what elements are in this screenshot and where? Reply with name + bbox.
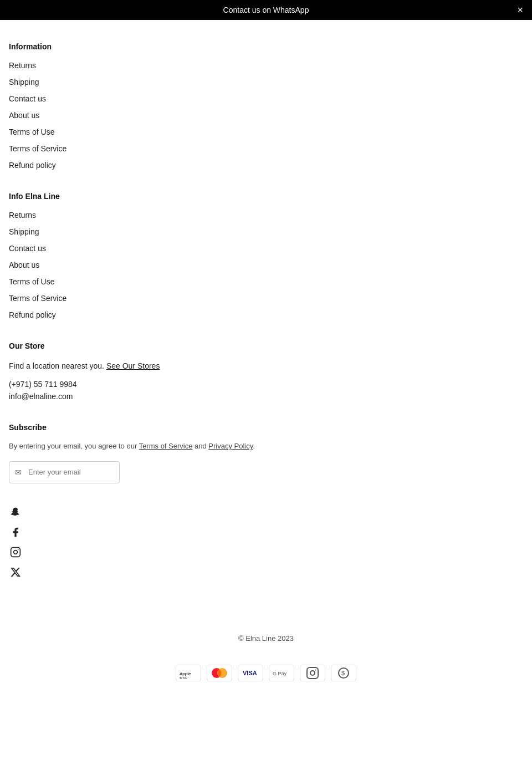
list-item: About us [9, 261, 532, 269]
instagram-icon[interactable] [9, 546, 22, 559]
about-link-1[interactable]: About us [9, 111, 39, 120]
email-icon: ✉ [9, 462, 26, 482]
subscribe-section: Subscribe By entering your email, you ag… [0, 423, 532, 506]
our-store-section: Our Store Find a location nearest you. S… [0, 341, 532, 423]
info-elna-links: Returns Shipping Contact us About us Ter… [9, 211, 532, 319]
info-elna-title: Info Elna Line [9, 192, 532, 201]
contact-link-2[interactable]: Contact us [9, 244, 46, 253]
svg-rect-0 [11, 547, 21, 557]
list-item: Terms of Service [9, 294, 532, 303]
payment-methods-section: Apple Pay VISA G Pay [0, 654, 532, 703]
list-item: Refund policy [9, 310, 532, 319]
contact-link-1[interactable]: Contact us [9, 94, 46, 103]
info-elna-section: Info Elna Line Returns Shipping Contact … [0, 192, 532, 341]
copyright-section: © Elna Line 2023 [0, 601, 532, 654]
svg-text:$: $ [341, 670, 345, 676]
svg-point-2 [18, 549, 19, 550]
cash-icon: $ [331, 665, 356, 681]
subscribe-form: ✉ → [9, 461, 120, 483]
copyright-text: © Elna Line 2023 [238, 634, 294, 643]
our-store-title: Our Store [9, 341, 532, 350]
svg-point-10 [310, 671, 315, 675]
shipping-link-1[interactable]: Shipping [9, 78, 39, 86]
list-item: Shipping [9, 227, 532, 236]
about-link-2[interactable]: About us [9, 261, 39, 269]
terms-service-link-1[interactable]: Terms of Service [9, 144, 66, 153]
refund-link-2[interactable]: Refund policy [9, 310, 56, 319]
list-item: Returns [9, 61, 532, 70]
list-item: Terms of Service [9, 144, 532, 153]
information-title: Information [9, 42, 532, 51]
mastercard-icon [207, 665, 232, 681]
facebook-icon[interactable] [9, 526, 22, 539]
list-item: About us [9, 111, 532, 120]
store-email: info@elnaline.com [9, 392, 532, 401]
returns-link-2[interactable]: Returns [9, 211, 36, 220]
visa-icon: VISA [238, 665, 263, 681]
svg-text:VISA: VISA [243, 670, 257, 676]
snapchat-icon[interactable] [9, 506, 22, 519]
subscribe-description: By entering your email, you agree to our… [9, 441, 532, 452]
list-item: Refund policy [9, 161, 532, 170]
svg-point-1 [14, 550, 18, 554]
list-item: Returns [9, 211, 532, 220]
privacy-policy-link[interactable]: Privacy Policy [208, 442, 253, 450]
announcement-text: Contact us on WhatsApp [223, 6, 309, 14]
announcement-close-button[interactable]: × [517, 4, 523, 16]
shipping-link-2[interactable]: Shipping [9, 227, 39, 236]
information-section: Information Returns Shipping Contact us … [0, 42, 532, 192]
svg-text:G Pay: G Pay [273, 671, 287, 676]
store-find-text: Find a location nearest you. See Our Sto… [9, 360, 532, 372]
instagram-payment-icon [300, 665, 325, 681]
terms-use-link-2[interactable]: Terms of Use [9, 277, 54, 286]
announcement-bar: Contact us on WhatsApp × [0, 0, 532, 20]
returns-link-1[interactable]: Returns [9, 61, 36, 70]
list-item: Contact us [9, 244, 532, 253]
apple-pay-icon: Apple Pay [176, 665, 201, 681]
google-pay-icon: G Pay [269, 665, 294, 681]
svg-text:Pay: Pay [180, 676, 187, 679]
store-phone: (+971) 55 711 9984 [9, 380, 532, 389]
terms-of-service-subscribe-link[interactable]: Terms of Service [139, 442, 193, 450]
see-stores-link[interactable]: See Our Stores [106, 361, 160, 370]
twitter-icon[interactable] [9, 565, 22, 579]
email-input[interactable] [26, 462, 120, 482]
list-item: Shipping [9, 78, 532, 86]
svg-point-11 [315, 669, 316, 670]
refund-link-1[interactable]: Refund policy [9, 161, 56, 170]
list-item: Terms of Use [9, 277, 532, 286]
svg-rect-9 [307, 667, 318, 679]
terms-service-link-2[interactable]: Terms of Service [9, 294, 66, 303]
list-item: Terms of Use [9, 128, 532, 136]
terms-use-link-1[interactable]: Terms of Use [9, 128, 54, 136]
information-links: Returns Shipping Contact us About us Ter… [9, 61, 532, 170]
list-item: Contact us [9, 94, 532, 103]
social-icons-section [0, 506, 532, 601]
footer-content: Information Returns Shipping Contact us … [0, 20, 532, 703]
subscribe-title: Subscribe [9, 423, 532, 432]
